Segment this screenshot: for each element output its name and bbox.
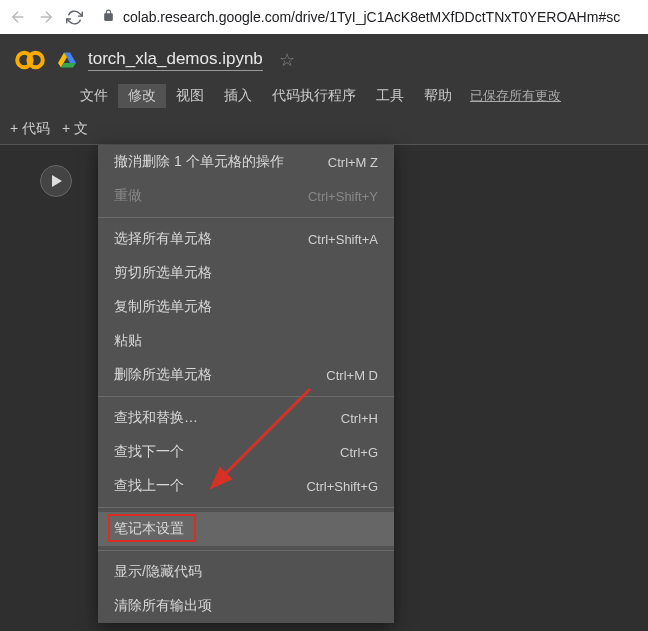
divider [98,396,394,397]
menu-toggle-code-label: 显示/隐藏代码 [114,563,202,581]
content-area: 撤消删除 1 个单元格的操作Ctrl+M Z 重做Ctrl+Shift+Y 选择… [0,145,648,631]
menu-paste-label: 粘贴 [114,332,142,350]
doc-title[interactable]: torch_xla_demos.ipynb [88,49,263,71]
menu-select-all[interactable]: 选择所有单元格Ctrl+Shift+A [98,222,394,256]
star-icon[interactable]: ☆ [279,49,295,71]
menu-view[interactable]: 视图 [166,84,214,108]
url-text: colab.research.google.com/drive/1TyI_jC1… [123,9,620,25]
menu-tools[interactable]: 工具 [366,84,414,108]
menu-edit[interactable]: 修改 [118,84,166,108]
menu-select-all-shortcut: Ctrl+Shift+A [308,232,378,247]
menu-paste[interactable]: 粘贴 [98,324,394,358]
run-cell-button[interactable] [40,165,72,197]
menu-clear-outputs[interactable]: 清除所有输出项 [98,589,394,623]
menu-toggle-code[interactable]: 显示/隐藏代码 [98,555,394,589]
forward-icon[interactable] [36,7,56,27]
edit-dropdown: 撤消删除 1 个单元格的操作Ctrl+M Z 重做Ctrl+Shift+Y 选择… [98,145,394,623]
menu-undo[interactable]: 撤消删除 1 个单元格的操作Ctrl+M Z [98,145,394,179]
browser-bar: colab.research.google.com/drive/1TyI_jC1… [0,0,648,34]
address-bar[interactable]: colab.research.google.com/drive/1TyI_jC1… [92,8,640,26]
menu-find-prev[interactable]: 查找上一个Ctrl+Shift+G [98,469,394,503]
reload-icon[interactable] [64,7,84,27]
menu-redo-shortcut: Ctrl+Shift+Y [308,189,378,204]
menu-find-replace-label: 查找和替换… [114,409,198,427]
menu-find-next[interactable]: 查找下一个Ctrl+G [98,435,394,469]
divider [98,507,394,508]
drive-icon [58,51,76,69]
colab-logo-icon [14,44,46,76]
menu-delete-label: 删除所选单元格 [114,366,212,384]
menu-copy[interactable]: 复制所选单元格 [98,290,394,324]
menu-help[interactable]: 帮助 [414,84,462,108]
menu-delete[interactable]: 删除所选单元格Ctrl+M D [98,358,394,392]
menu-findnext-shortcut: Ctrl+G [340,445,378,460]
menu-file[interactable]: 文件 [70,84,118,108]
menu-select-all-label: 选择所有单元格 [114,230,212,248]
menu-cut-label: 剪切所选单元格 [114,264,212,282]
menu-undo-shortcut: Ctrl+M Z [328,155,378,170]
toolbar: + 代码 + 文 [0,114,648,144]
divider [98,550,394,551]
menu-find-replace[interactable]: 查找和替换…Ctrl+H [98,401,394,435]
menu-clear-outputs-label: 清除所有输出项 [114,597,212,615]
menu-runtime[interactable]: 代码执行程序 [262,84,366,108]
menu-findreplace-shortcut: Ctrl+H [341,411,378,426]
menu-insert[interactable]: 插入 [214,84,262,108]
back-icon[interactable] [8,7,28,27]
menu-undo-label: 撤消删除 1 个单元格的操作 [114,153,284,171]
menu-delete-shortcut: Ctrl+M D [326,368,378,383]
menu-redo-label: 重做 [114,187,142,205]
menu-find-next-label: 查找下一个 [114,443,184,461]
divider [98,217,394,218]
menu-bar: 文件 修改 视图 插入 代码执行程序 工具 帮助 已保存所有更改 [14,76,634,114]
menu-findprev-shortcut: Ctrl+Shift+G [306,479,378,494]
menu-find-prev-label: 查找上一个 [114,477,184,495]
menu-cut[interactable]: 剪切所选单元格 [98,256,394,290]
menu-notebook-settings-label: 笔记本设置 [114,520,184,538]
menu-notebook-settings[interactable]: 笔记本设置 [98,512,394,546]
lock-icon [102,8,115,26]
colab-header: torch_xla_demos.ipynb ☆ 文件 修改 视图 插入 代码执行… [0,34,648,114]
menu-redo: 重做Ctrl+Shift+Y [98,179,394,213]
save-status[interactable]: 已保存所有更改 [470,87,561,105]
menu-copy-label: 复制所选单元格 [114,298,212,316]
add-code-button[interactable]: + 代码 [10,120,50,138]
play-icon [52,175,62,187]
add-text-button[interactable]: + 文 [62,120,88,138]
